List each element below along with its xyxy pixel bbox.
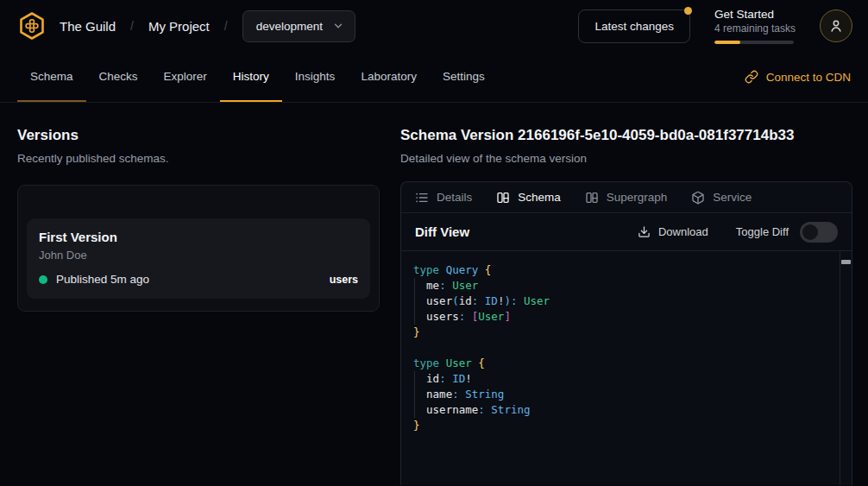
detail-tab-label: Supergraph: [607, 191, 668, 204]
code-scrollbar: [840, 251, 852, 485]
notification-dot: [684, 7, 692, 15]
code-line: id: ID!: [413, 371, 829, 387]
primary-nav: SchemaChecksExplorerHistoryInsightsLabor…: [0, 52, 868, 103]
chevron-down-icon: [332, 20, 344, 32]
get-started-widget[interactable]: Get Started 4 remaining tasks: [714, 8, 796, 44]
columns-icon: [585, 191, 599, 205]
schema-version-title: Schema Version 2166196f-5e10-4059-bd0a-0…: [400, 127, 852, 144]
detail-tab-schema[interactable]: Schema: [496, 191, 561, 205]
schema-version-panel: Schema Version 2166196f-5e10-4059-bd0a-0…: [400, 127, 852, 485]
download-label: Download: [658, 225, 708, 238]
breadcrumb-project[interactable]: My Project: [148, 19, 210, 34]
code-line: }: [413, 325, 829, 340]
nav-tab-laboratory[interactable]: Laboratory: [348, 52, 430, 102]
latest-changes-button[interactable]: Latest changes: [578, 9, 690, 43]
schema-code-view: type Query { me: User user(id: ID!): Use…: [401, 251, 852, 485]
version-service-badge: users: [330, 274, 358, 286]
schema-version-subtitle: Detailed view of the schema version: [400, 152, 852, 165]
toggle-diff-label: Toggle Diff: [736, 225, 789, 238]
versions-title: Versions: [17, 127, 380, 144]
code-line: [413, 340, 829, 356]
detail-tab-label: Schema: [518, 191, 561, 204]
indent-guide: [414, 371, 415, 387]
code-line: }: [413, 418, 829, 433]
link-icon: [745, 70, 758, 84]
columns-icon: [496, 191, 510, 205]
detail-tab-service[interactable]: Service: [691, 191, 752, 205]
schema-version-tabs: DetailsSchemaSupergraphService: [401, 182, 852, 213]
toggle-diff-control: Toggle Diff: [736, 222, 838, 243]
nav-tab-schema[interactable]: Schema: [17, 52, 86, 102]
get-started-progress-fill: [714, 41, 740, 44]
detail-tab-label: Service: [713, 191, 752, 204]
download-button[interactable]: Download: [638, 225, 708, 238]
connect-to-cdn-label: Connect to CDN: [766, 71, 851, 84]
hive-hexagon-icon: [17, 11, 47, 41]
schema-version-card: DetailsSchemaSupergraphService Diff View…: [400, 181, 852, 485]
code-line: users: [User]: [413, 309, 829, 325]
detail-tab-label: Details: [437, 191, 472, 204]
code-line: user(id: ID!): User: [413, 293, 829, 309]
nav-tab-settings[interactable]: Settings: [430, 52, 498, 102]
indent-guide: [414, 309, 415, 325]
connect-to-cdn-link[interactable]: Connect to CDN: [745, 52, 851, 102]
code-scrollbar-thumb[interactable]: [841, 260, 851, 264]
diff-view-title: Diff View: [415, 224, 469, 239]
version-status-text: Published 5m ago: [56, 273, 149, 286]
code-block[interactable]: type Query { me: User user(id: ID!): Use…: [413, 262, 829, 433]
version-list-item[interactable]: First Version John Doe Published 5m ago …: [27, 218, 370, 299]
app-header: The Guild / My Project / development Lat…: [0, 0, 868, 52]
user-avatar-button[interactable]: [820, 9, 852, 42]
cube-icon: [691, 191, 705, 205]
breadcrumb-org[interactable]: The Guild: [60, 19, 116, 34]
code-line: type User {: [413, 356, 829, 371]
environment-dropdown[interactable]: development: [242, 10, 355, 42]
diff-toolbar: Diff View Download Toggle Diff: [401, 213, 852, 251]
version-status-row: Published 5m ago users: [39, 273, 358, 286]
environment-dropdown-value: development: [256, 20, 323, 33]
published-dot-icon: [39, 275, 47, 284]
detail-tab-supergraph[interactable]: Supergraph: [585, 191, 668, 205]
list-icon: [415, 191, 429, 205]
download-icon: [638, 225, 651, 238]
nav-tab-history[interactable]: History: [220, 52, 282, 102]
breadcrumb-separator: /: [224, 19, 228, 33]
user-icon: [828, 18, 844, 34]
toggle-knob: [802, 224, 818, 240]
toggle-diff-switch[interactable]: [800, 222, 838, 243]
code-line: username: String: [413, 402, 829, 418]
get-started-subtitle: 4 remaining tasks: [714, 22, 796, 35]
code-line: me: User: [413, 278, 829, 293]
version-author: John Doe: [39, 249, 358, 262]
versions-subtitle: Recently published schemas.: [17, 152, 380, 165]
indent-guide: [414, 278, 415, 293]
get-started-title: Get Started: [714, 8, 796, 21]
indent-guide: [414, 387, 415, 402]
code-line: name: String: [413, 387, 829, 402]
breadcrumb-separator: /: [130, 19, 134, 33]
detail-tab-details[interactable]: Details: [415, 191, 472, 205]
version-name: First Version: [39, 230, 358, 244]
nav-tab-checks[interactable]: Checks: [86, 52, 151, 102]
nav-tab-explorer[interactable]: Explorer: [151, 52, 220, 102]
versions-list: First Version John Doe Published 5m ago …: [17, 185, 380, 312]
main-content: Versions Recently published schemas. Fir…: [0, 103, 868, 485]
indent-guide: [414, 293, 415, 309]
versions-panel: Versions Recently published schemas. Fir…: [17, 127, 380, 485]
code-line: type Query {: [413, 262, 829, 278]
nav-tab-insights[interactable]: Insights: [282, 52, 349, 102]
get-started-progress-bar: [714, 41, 794, 44]
latest-changes-label: Latest changes: [594, 20, 674, 33]
hive-logo[interactable]: [17, 11, 47, 41]
indent-guide: [414, 402, 415, 418]
breadcrumb: The Guild / My Project / development: [60, 10, 355, 42]
primary-nav-tabs: SchemaChecksExplorerHistoryInsightsLabor…: [17, 52, 498, 102]
